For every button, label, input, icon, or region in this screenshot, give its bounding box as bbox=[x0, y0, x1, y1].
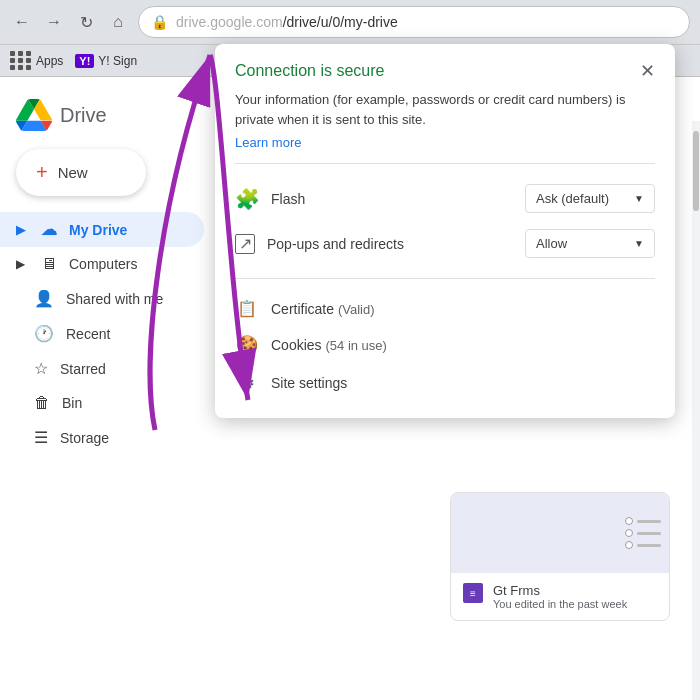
popup-description: Your information (for example, passwords… bbox=[235, 90, 655, 129]
popup-close-button[interactable]: ✕ bbox=[640, 60, 655, 82]
refresh-button[interactable]: ↻ bbox=[74, 10, 98, 34]
popups-dropdown-icon: ▼ bbox=[634, 238, 644, 249]
recent-icon: 🕐 bbox=[34, 324, 54, 343]
chevron-icon: ▶ bbox=[16, 223, 25, 237]
learn-more-link[interactable]: Learn more bbox=[235, 135, 301, 150]
sidebar-item-storage[interactable]: ☰ Storage bbox=[0, 420, 204, 455]
cookies-icon: 🍪 bbox=[235, 334, 259, 356]
apps-grid-icon bbox=[10, 51, 32, 70]
shared-icon: 👤 bbox=[34, 289, 54, 308]
chevron-icon: ▶ bbox=[16, 257, 25, 271]
file-type-icon: ≡ bbox=[463, 583, 483, 603]
sidebar-item-label: Starred bbox=[60, 361, 106, 377]
file-meta: You edited in the past week bbox=[493, 598, 627, 610]
popup-body: Your information (for example, passwords… bbox=[215, 90, 675, 418]
cookies-label: Cookies (54 in use) bbox=[271, 337, 387, 353]
popup-divider bbox=[235, 163, 655, 164]
sidebar-item-computers[interactable]: ▶ 🖥 Computers bbox=[0, 247, 204, 281]
yahoo-label: Y! Sign bbox=[98, 54, 137, 68]
apps-bookmark[interactable]: Apps bbox=[10, 51, 63, 70]
radio-item bbox=[625, 541, 661, 549]
popups-icon: ↗ bbox=[235, 234, 255, 254]
flash-value: Ask (default) bbox=[536, 191, 609, 206]
sidebar-item-label: Bin bbox=[62, 395, 82, 411]
new-label: New bbox=[58, 164, 88, 181]
file-name: Gt Frms bbox=[493, 583, 627, 598]
sidebar-item-label: Recent bbox=[66, 326, 110, 342]
scroll-thumb bbox=[693, 131, 699, 211]
sidebar-logo: Drive bbox=[0, 87, 220, 149]
secure-title: Connection is secure bbox=[235, 62, 384, 80]
apps-label: Apps bbox=[36, 54, 63, 68]
address-text: drive.google.com/drive/u/0/my-drive bbox=[176, 14, 398, 30]
file-card-info: ≡ Gt Frms You edited in the past week bbox=[451, 573, 669, 620]
flash-permission-left: 🧩 Flash bbox=[235, 187, 305, 211]
popup-header: Connection is secure ✕ bbox=[215, 44, 675, 90]
security-popup: Connection is secure ✕ Your information … bbox=[215, 44, 675, 418]
file-card[interactable]: ≡ Gt Frms You edited in the past week bbox=[450, 492, 670, 621]
scrollbar[interactable] bbox=[692, 121, 700, 700]
sidebar-item-recent[interactable]: 🕐 Recent bbox=[0, 316, 204, 351]
popups-value: Allow bbox=[536, 236, 567, 251]
forward-button[interactable]: → bbox=[42, 10, 66, 34]
logo-text: Drive bbox=[60, 104, 107, 127]
file-details: Gt Frms You edited in the past week bbox=[493, 583, 627, 610]
sidebar-item-label: Computers bbox=[69, 256, 137, 272]
radio-items bbox=[625, 517, 661, 549]
popup-divider-2 bbox=[235, 278, 655, 279]
sidebar-item-label: Shared with me bbox=[66, 291, 163, 307]
flash-dropdown-icon: ▼ bbox=[634, 193, 644, 204]
computers-icon: 🖥 bbox=[41, 255, 57, 273]
yahoo-bookmark[interactable]: Y! Y! Sign bbox=[75, 54, 137, 68]
sidebar-item-starred[interactable]: ☆ Starred bbox=[0, 351, 204, 386]
radio-item bbox=[625, 517, 661, 525]
certificate-icon: 📋 bbox=[235, 299, 259, 318]
site-settings-label: Site settings bbox=[271, 375, 347, 391]
bin-icon: 🗑 bbox=[34, 394, 50, 412]
plus-icon: + bbox=[36, 161, 48, 184]
popups-label: Pop-ups and redirects bbox=[267, 236, 404, 252]
sidebar-item-shared[interactable]: 👤 Shared with me bbox=[0, 281, 204, 316]
flash-icon: 🧩 bbox=[235, 187, 259, 211]
back-button[interactable]: ← bbox=[10, 10, 34, 34]
popups-permission-left: ↗ Pop-ups and redirects bbox=[235, 234, 404, 254]
sidebar-item-my-drive[interactable]: ▶ ☁ My Drive bbox=[0, 212, 204, 247]
address-bar[interactable]: 🔒 drive.google.com/drive/u/0/my-drive bbox=[138, 6, 690, 38]
yahoo-icon: Y! bbox=[75, 54, 94, 68]
starred-icon: ☆ bbox=[34, 359, 48, 378]
drive-logo-icon bbox=[16, 97, 52, 133]
certificate-info: Certificate (Valid) bbox=[271, 300, 375, 318]
lock-icon: 🔒 bbox=[151, 14, 168, 30]
sidebar-item-bin[interactable]: 🗑 Bin bbox=[0, 386, 204, 420]
cookies-row[interactable]: 🍪 Cookies (54 in use) bbox=[235, 326, 655, 364]
radio-item bbox=[625, 529, 661, 537]
popups-select[interactable]: Allow ▼ bbox=[525, 229, 655, 258]
browser-toolbar: ← → ↻ ⌂ 🔒 drive.google.com/drive/u/0/my-… bbox=[0, 0, 700, 44]
sidebar-item-label: Storage bbox=[60, 430, 109, 446]
storage-icon: ☰ bbox=[34, 428, 48, 447]
site-settings-row[interactable]: ⚙ Site settings bbox=[235, 364, 655, 402]
home-button[interactable]: ⌂ bbox=[106, 10, 130, 34]
flash-select[interactable]: Ask (default) ▼ bbox=[525, 184, 655, 213]
sidebar: Drive + New ▶ ☁ My Drive ▶ 🖥 Computers 👤… bbox=[0, 77, 220, 700]
certificate-label: Certificate (Valid) bbox=[271, 301, 375, 317]
site-settings-icon: ⚙ bbox=[235, 372, 259, 394]
flash-permission-row: 🧩 Flash Ask (default) ▼ bbox=[235, 176, 655, 221]
flash-label: Flash bbox=[271, 191, 305, 207]
new-button[interactable]: + New bbox=[16, 149, 146, 196]
popups-permission-row: ↗ Pop-ups and redirects Allow ▼ bbox=[235, 221, 655, 266]
sidebar-item-label: My Drive bbox=[69, 222, 127, 238]
cookies-info: Cookies (54 in use) bbox=[271, 336, 387, 354]
certificate-row[interactable]: 📋 Certificate (Valid) bbox=[235, 291, 655, 326]
my-drive-icon: ☁ bbox=[41, 220, 57, 239]
file-card-preview bbox=[451, 493, 669, 573]
